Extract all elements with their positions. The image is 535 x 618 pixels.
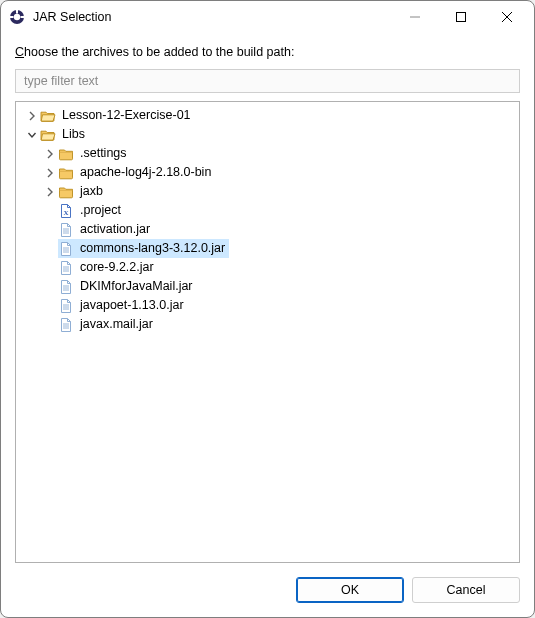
svg-rect-4	[21, 16, 25, 18]
chevron-right-icon[interactable]	[24, 111, 40, 121]
tree-item-label: apache-log4j-2.18.0-bin	[78, 163, 211, 182]
tree-item-label: core-9.2.2.jar	[78, 258, 154, 277]
svg-rect-2	[16, 10, 18, 14]
tree-view[interactable]: Lesson-12-Exercise-01 Libs .settings apa…	[15, 101, 520, 563]
folder-open-icon	[40, 127, 56, 143]
tree-item-label: javapoet-1.13.0.jar	[78, 296, 184, 315]
chevron-down-icon[interactable]	[24, 130, 40, 140]
tree-item-label-wrap: core-9.2.2.jar	[58, 258, 158, 277]
svg-text:X: X	[63, 209, 68, 217]
folder-closed-icon	[58, 146, 74, 162]
file-icon	[58, 241, 74, 257]
tree-item-label-wrap: jaxb	[58, 182, 107, 201]
tree-item-label: .settings	[78, 144, 127, 163]
dialog-window: JAR Selection Choose the archives to be …	[0, 0, 535, 618]
tree-item-label-wrap: javapoet-1.13.0.jar	[58, 296, 188, 315]
tree-item[interactable]: X .project	[16, 201, 519, 220]
cancel-button[interactable]: Cancel	[412, 577, 520, 603]
chevron-right-icon[interactable]	[42, 149, 58, 159]
prompt-text: hoose the archives to be added to the bu…	[24, 45, 294, 59]
file-icon	[58, 317, 74, 333]
tree-item-label-wrap: X .project	[58, 201, 125, 220]
tree-item[interactable]: DKIMforJavaMail.jar	[16, 277, 519, 296]
svg-rect-6	[457, 13, 466, 22]
app-icon	[9, 9, 25, 25]
tree-item-label: activation.jar	[78, 220, 150, 239]
tree-item[interactable]: activation.jar	[16, 220, 519, 239]
folder-closed-icon	[58, 165, 74, 181]
prompt-mnemonic: C	[15, 45, 24, 59]
file-icon	[58, 279, 74, 295]
file-icon	[58, 298, 74, 314]
close-button[interactable]	[484, 2, 530, 32]
tree-item[interactable]: javax.mail.jar	[16, 315, 519, 334]
tree-item-label: Lesson-12-Exercise-01	[60, 106, 191, 125]
tree-item[interactable]: apache-log4j-2.18.0-bin	[16, 163, 519, 182]
dialog-content: Choose the archives to be added to the b…	[1, 33, 534, 617]
titlebar: JAR Selection	[1, 1, 534, 33]
tree-item-label: jaxb	[78, 182, 103, 201]
minimize-button[interactable]	[392, 2, 438, 32]
tree-item[interactable]: Libs	[16, 125, 519, 144]
tree-item[interactable]: commons-lang3-3.12.0.jar	[16, 239, 519, 258]
tree-item-label-wrap: Lesson-12-Exercise-01	[40, 106, 195, 125]
tree-item-label: Libs	[60, 125, 85, 144]
tree-item-label: .project	[78, 201, 121, 220]
chevron-right-icon[interactable]	[42, 168, 58, 178]
svg-point-1	[14, 14, 20, 20]
xml-file-icon: X	[58, 203, 74, 219]
tree-item-label-wrap: Libs	[40, 125, 89, 144]
tree-item-label: javax.mail.jar	[78, 315, 153, 334]
svg-rect-3	[10, 16, 14, 18]
tree-item[interactable]: javapoet-1.13.0.jar	[16, 296, 519, 315]
chevron-right-icon[interactable]	[42, 187, 58, 197]
file-icon	[58, 222, 74, 238]
maximize-button[interactable]	[438, 2, 484, 32]
tree-item[interactable]: jaxb	[16, 182, 519, 201]
tree-item-label-wrap: DKIMforJavaMail.jar	[58, 277, 197, 296]
window-title: JAR Selection	[33, 10, 392, 24]
tree-item-label-wrap: javax.mail.jar	[58, 315, 157, 334]
file-icon	[58, 260, 74, 276]
tree-item-label: DKIMforJavaMail.jar	[78, 277, 193, 296]
prompt-label: Choose the archives to be added to the b…	[15, 45, 520, 59]
filter-input[interactable]	[15, 69, 520, 93]
tree-item-label-wrap: .settings	[58, 144, 131, 163]
tree-item-label-wrap: commons-lang3-3.12.0.jar	[58, 239, 229, 258]
tree-item-label-wrap: activation.jar	[58, 220, 154, 239]
tree-item[interactable]: Lesson-12-Exercise-01	[16, 106, 519, 125]
tree-item-label-wrap: apache-log4j-2.18.0-bin	[58, 163, 215, 182]
button-bar: OK Cancel	[15, 577, 520, 603]
tree-item[interactable]: .settings	[16, 144, 519, 163]
folder-closed-icon	[58, 184, 74, 200]
folder-open-icon	[40, 108, 56, 124]
tree-item-label: commons-lang3-3.12.0.jar	[78, 239, 225, 258]
tree-item[interactable]: core-9.2.2.jar	[16, 258, 519, 277]
ok-button[interactable]: OK	[296, 577, 404, 603]
